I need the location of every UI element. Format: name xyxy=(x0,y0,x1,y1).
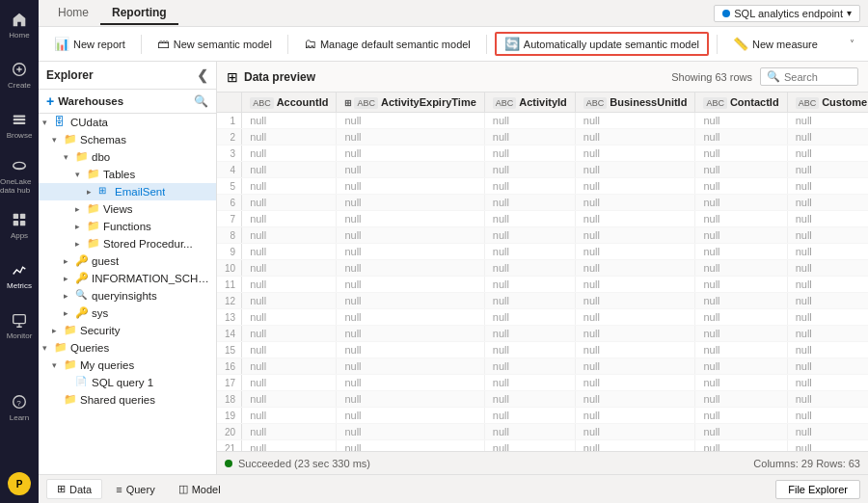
new-report-button[interactable]: 📊 New report xyxy=(46,34,133,54)
cell-row-num: 12 xyxy=(217,293,242,309)
status-text: Succeeded (23 sec 330 ms) xyxy=(238,458,370,469)
tree-queryinsights[interactable]: ▸ 🔍 queryinsights xyxy=(39,287,216,304)
tab-reporting[interactable]: Reporting xyxy=(100,2,178,25)
cell-null: null xyxy=(337,293,484,309)
table-icon-emailsent: ⊞ xyxy=(98,185,112,199)
tab-home[interactable]: Home xyxy=(46,2,100,25)
cell-null: null xyxy=(484,178,575,195)
sidebar-item-create[interactable]: Create xyxy=(0,50,39,100)
svg-rect-5 xyxy=(14,214,18,219)
tree-tables[interactable]: ▾ 📁 Tables xyxy=(39,166,216,183)
tab-model[interactable]: ◫ Model xyxy=(169,480,231,498)
search-warehouse-icon[interactable]: 🔍 xyxy=(194,94,208,108)
tree-information-schema[interactable]: ▸ 🔑 INFORMATION_SCHE... xyxy=(39,270,216,287)
tree-views[interactable]: ▸ 📁 Views xyxy=(39,200,216,218)
table-row: 8nullnullnullnullnullnullnull xyxy=(217,227,868,244)
tree-queries[interactable]: ▾ 📁 Queries xyxy=(39,339,216,357)
add-warehouse-icon[interactable]: + xyxy=(46,93,54,109)
table-row: 11nullnullnullnullnullnullnull xyxy=(217,277,868,293)
cell-null: null xyxy=(242,440,337,452)
table-header-row: ABCAccountId ⊞ABCActivityExpiryTime ABCA… xyxy=(217,93,868,113)
sidebar: Home Create Browse OneLake data hub Apps xyxy=(0,0,39,503)
tree-functions[interactable]: ▸ 📁 Functions xyxy=(39,218,216,235)
table-row: 4nullnullnullnullnullnullnull xyxy=(217,162,868,178)
cell-null: null xyxy=(337,146,484,162)
cell-row-num: 7 xyxy=(217,211,242,227)
auto-update-button[interactable]: 🔄 Automatically update semantic model xyxy=(495,32,709,56)
data-tab-icon: ⊞ xyxy=(57,483,66,495)
cell-null: null xyxy=(575,129,695,146)
toolbar-expand-button[interactable]: ˅ xyxy=(844,36,860,52)
cell-row-num: 5 xyxy=(217,178,242,195)
tab-query[interactable]: ≡ Query xyxy=(106,481,164,498)
toolbar-separator-2 xyxy=(287,35,288,54)
tree-schemas[interactable]: ▾ 📁 Schemas xyxy=(39,131,216,148)
cell-null: null xyxy=(787,195,868,211)
cell-null: null xyxy=(484,375,575,391)
explorer-header: Explorer ❮ xyxy=(39,62,216,90)
cell-null: null xyxy=(575,375,695,391)
sidebar-item-onelake[interactable]: OneLake data hub xyxy=(0,150,39,200)
cell-null: null xyxy=(337,424,484,440)
col-row-num xyxy=(217,93,242,113)
new-measure-button[interactable]: 📏 New measure xyxy=(725,34,826,54)
icon-queryinsights: 🔍 xyxy=(75,289,89,303)
table-row: 10nullnullnullnullnullnullnull xyxy=(217,260,868,277)
status-indicator xyxy=(225,460,232,467)
cell-null: null xyxy=(242,178,337,195)
folder-icon-shared-queries: 📁 xyxy=(64,393,77,407)
tree-my-queries[interactable]: ▾ 📁 My queries xyxy=(39,357,216,374)
cell-null: null xyxy=(337,277,484,293)
preview-header-right: Showing 63 rows 🔍 xyxy=(671,67,858,86)
cell-row-num: 16 xyxy=(217,358,242,375)
icon-sql-query-1: 📄 xyxy=(75,376,89,389)
preview-search-input[interactable] xyxy=(784,71,852,83)
sidebar-item-metrics[interactable]: Metrics xyxy=(0,251,39,301)
sidebar-item-browse[interactable]: Browse xyxy=(0,100,39,150)
cell-null: null xyxy=(695,440,787,452)
cell-null: null xyxy=(787,129,868,146)
cell-null: null xyxy=(484,277,575,293)
tree-label-schemas: Schemas xyxy=(80,134,126,146)
toolbar: 📊 New report 🗃 New semantic model 🗂 Mana… xyxy=(39,27,868,62)
col-activityexpirytime: ⊞ABCActivityExpiryTime xyxy=(337,93,484,113)
icon-guest: 🔑 xyxy=(75,254,89,268)
tree-cudata[interactable]: ▾ 🗄 CUdata xyxy=(39,114,216,131)
tree-emailsent[interactable]: ▸ ⊞ EmailSent xyxy=(39,183,216,200)
sidebar-item-home[interactable]: Home xyxy=(0,0,39,50)
chevron-stored-procedures: ▸ xyxy=(75,239,87,249)
cell-null: null xyxy=(695,375,787,391)
tab-data[interactable]: ⊞ Data xyxy=(46,479,102,499)
cell-null: null xyxy=(242,342,337,358)
sql-endpoint-button[interactable]: SQL analytics endpoint ▾ xyxy=(714,5,860,22)
tree-dbo[interactable]: ▾ 📁 dbo xyxy=(39,148,216,166)
cell-null: null xyxy=(337,178,484,195)
tree-label-stored-procedures: Stored Procedur... xyxy=(103,238,193,250)
cell-row-num: 6 xyxy=(217,195,242,211)
status-columns-rows: Columns: 29 Rows: 63 xyxy=(753,458,860,469)
sidebar-item-monitor[interactable]: Monitor xyxy=(0,301,39,351)
user-avatar[interactable]: P xyxy=(8,472,31,495)
file-explorer-button[interactable]: File Explorer xyxy=(775,480,860,499)
collapse-icon[interactable]: ❮ xyxy=(197,67,208,83)
tree-shared-queries[interactable]: 📁 Shared queries xyxy=(39,391,216,409)
new-semantic-model-button[interactable]: 🗃 New semantic model xyxy=(149,34,280,54)
tree-sys[interactable]: ▸ 🔑 sys xyxy=(39,304,216,322)
cell-null: null xyxy=(787,178,868,195)
tree-label-shared-queries: Shared queries xyxy=(80,394,155,406)
cell-null: null xyxy=(484,129,575,146)
tree-stored-procedures[interactable]: ▸ 📁 Stored Procedur... xyxy=(39,235,216,252)
cell-null: null xyxy=(787,113,868,129)
tree-guest[interactable]: ▸ 🔑 guest xyxy=(39,252,216,270)
tree-sql-query-1[interactable]: 📄 SQL query 1 xyxy=(39,374,216,391)
manage-default-button[interactable]: 🗂 Manage default semantic model xyxy=(296,34,478,54)
cell-null: null xyxy=(695,211,787,227)
cell-null: null xyxy=(484,424,575,440)
tree-security[interactable]: ▸ 📁 Security xyxy=(39,322,216,339)
table-row: 12nullnullnullnullnullnullnull xyxy=(217,293,868,309)
cell-null: null xyxy=(575,146,695,162)
cell-null: null xyxy=(787,244,868,260)
sidebar-item-apps[interactable]: Apps xyxy=(0,200,39,251)
sidebar-item-learn[interactable]: ? Learn xyxy=(0,383,39,433)
cell-null: null xyxy=(695,408,787,424)
